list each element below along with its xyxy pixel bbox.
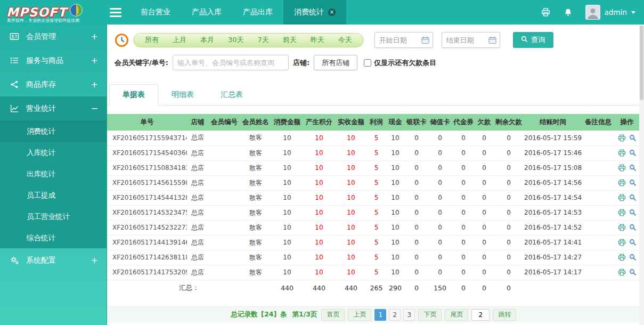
cell: 0 [475, 131, 493, 145]
column-header: 欠款 [475, 114, 493, 131]
last-page-button[interactable]: 尾页 [445, 309, 468, 321]
print-icon[interactable] [618, 254, 626, 261]
print-icon[interactable] [618, 164, 626, 172]
shop-select-button[interactable]: 所有店铺 [314, 55, 357, 70]
end-date-input[interactable] [442, 36, 485, 44]
cell: 0 [493, 265, 524, 280]
bell-icon[interactable] [564, 7, 573, 17]
cell: 10 [303, 220, 335, 235]
sidebar-subitem[interactable]: 员工提成 [0, 184, 107, 206]
vertical-scrollbar[interactable] [639, 25, 644, 325]
page-number-button[interactable]: 2 [389, 309, 401, 321]
cell: 10 [386, 190, 405, 205]
search-button[interactable]: 查询 [513, 32, 553, 48]
hamburger-menu-icon[interactable] [110, 6, 121, 19]
print-icon[interactable] [618, 269, 626, 276]
quick-filter-item[interactable]: 今天 [331, 35, 359, 45]
magnifier-icon[interactable] [629, 134, 637, 142]
print-icon[interactable] [618, 134, 626, 142]
cell: 10 [335, 265, 367, 280]
magnifier-icon[interactable] [629, 254, 637, 261]
start-date-input[interactable] [375, 36, 418, 44]
first-page-button[interactable]: 首页 [321, 309, 345, 321]
quick-filter-item[interactable]: 本月 [193, 35, 221, 45]
magnifier-icon[interactable] [629, 194, 637, 201]
cell: 0 [493, 175, 524, 190]
cell: 0 [452, 160, 475, 175]
sidebar-item-label: 商品库存 [26, 80, 91, 90]
table-row: XF201605171453234752总店散客1010105100000020… [107, 205, 639, 220]
magnifier-icon[interactable] [629, 149, 637, 157]
printer-icon[interactable] [541, 7, 551, 17]
cell: 10 [271, 220, 303, 235]
quick-filter-item[interactable]: 昨天 [304, 35, 331, 45]
prev-page-button[interactable]: 上页 [348, 309, 371, 321]
cell: 0 [405, 131, 428, 145]
next-page-button[interactable]: 下页 [418, 309, 442, 321]
cell: 总店 [187, 160, 208, 175]
cell: 0 [452, 265, 475, 280]
quick-filter-item[interactable]: 前天 [276, 35, 304, 45]
sidebar-subitem[interactable]: 综合统计 [0, 227, 107, 248]
sidebar-item[interactable]: 商品库存+ [0, 72, 107, 96]
cell [208, 160, 240, 175]
user-menu[interactable]: admin [585, 5, 635, 20]
print-icon[interactable] [618, 149, 626, 157]
sidebar-item[interactable]: 营业统计− [0, 96, 107, 120]
jump-page-input[interactable] [471, 309, 490, 321]
print-icon[interactable] [618, 179, 626, 186]
magnifier-icon[interactable] [629, 224, 637, 231]
sidebar-subitem[interactable]: 出库统计 [0, 163, 107, 184]
page-number-button[interactable]: 3 [403, 309, 415, 321]
quick-filter-item[interactable]: 7天 [251, 35, 276, 45]
cell: 10 [271, 250, 303, 265]
nav-item[interactable]: 前台营业 [130, 0, 181, 25]
table-row: XF201605171417532093总店散客1010105100000020… [107, 265, 639, 280]
quick-filter-item[interactable]: 上月 [166, 35, 193, 45]
nav-item[interactable]: 消费统计× [283, 0, 346, 25]
calendar-icon[interactable] [488, 36, 496, 44]
nav-item[interactable]: 产品出库 [232, 0, 283, 25]
sidebar-item[interactable]: 系统配置+ [0, 248, 107, 272]
cell: 散客 [240, 175, 271, 190]
nav-item[interactable]: 产品入库 [181, 0, 232, 25]
cell: 0 [475, 205, 493, 220]
quick-filter-item[interactable]: 30天 [221, 35, 251, 45]
tab-item[interactable]: 单据表 [109, 84, 158, 105]
tab-item[interactable]: 明细表 [158, 84, 207, 105]
debt-only-checkbox[interactable] [364, 59, 371, 67]
magnifier-icon[interactable] [629, 269, 637, 276]
quick-filter-item[interactable]: 所有 [138, 35, 166, 45]
calendar-icon[interactable] [421, 36, 429, 44]
print-icon[interactable] [618, 194, 626, 201]
scrollbar-thumb[interactable] [640, 26, 643, 100]
magnifier-icon[interactable] [629, 179, 637, 186]
print-icon[interactable] [618, 209, 626, 216]
cell: 5 [367, 250, 386, 265]
jump-button[interactable]: 跳转 [493, 309, 516, 321]
print-icon[interactable] [618, 224, 626, 231]
magnifier-icon[interactable] [629, 239, 637, 246]
magnifier-icon[interactable] [629, 164, 637, 172]
sidebar-subitem[interactable]: 入库统计 [0, 142, 107, 163]
cell: 10 [386, 175, 405, 190]
page-number-button[interactable]: 1 [374, 309, 386, 321]
cell: 0 [452, 205, 475, 220]
close-icon[interactable]: × [328, 9, 336, 16]
tab-item[interactable]: 汇总表 [207, 84, 256, 105]
table-row: XF201605171441391462总店散客1010105100000020… [107, 235, 639, 250]
cell: 0 [452, 190, 475, 205]
cell: 0 [428, 190, 452, 205]
cell: XF201605171559437148 [107, 131, 187, 145]
magnifier-icon[interactable] [629, 209, 637, 216]
sidebar-subitem[interactable]: 员工营业统计 [0, 206, 107, 227]
keyword-input[interactable] [173, 55, 289, 70]
summary-fill [524, 280, 639, 296]
sidebar-subitem[interactable]: 消费统计 [0, 120, 107, 142]
print-icon[interactable] [618, 239, 626, 246]
cell: XF201605171545403605 [107, 145, 187, 160]
sidebar-item[interactable]: 服务与商品+ [0, 48, 107, 72]
sidebar-item[interactable]: 会员管理+ [0, 25, 107, 48]
user-name: admin [605, 8, 627, 17]
cell [208, 250, 240, 265]
